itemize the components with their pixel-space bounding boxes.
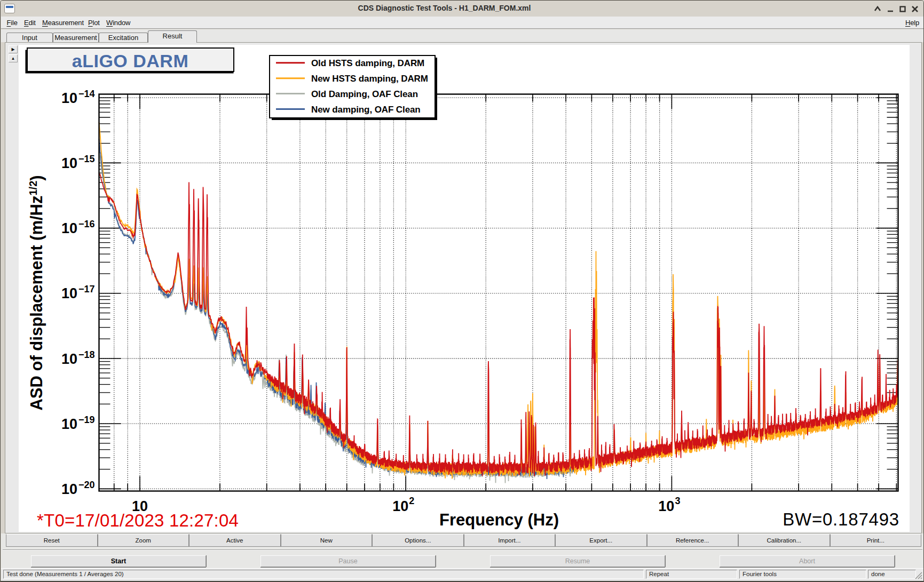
svg-text:*T0=17/01/2023 12:27:04: *T0=17/01/2023 12:27:04 — [37, 511, 239, 530]
svg-text:−20: −20 — [78, 480, 95, 490]
svg-text:10: 10 — [392, 498, 408, 514]
svg-text:3: 3 — [675, 496, 680, 506]
svg-text:−16: −16 — [78, 219, 95, 229]
svg-text:−17: −17 — [78, 284, 95, 294]
svg-text:BW=0.187493: BW=0.187493 — [783, 509, 899, 529]
svg-text:−18: −18 — [78, 349, 95, 360]
svg-text:2: 2 — [409, 496, 414, 506]
svg-text:−15: −15 — [78, 154, 95, 164]
svg-text:10: 10 — [61, 481, 77, 497]
svg-text:New HSTS damping, DARM: New HSTS damping, DARM — [311, 74, 428, 84]
svg-text:−14: −14 — [78, 89, 95, 99]
svg-text:Old Damping, OAF Clean: Old Damping, OAF Clean — [311, 89, 418, 99]
svg-text:Frequency (Hz): Frequency (Hz) — [439, 511, 559, 529]
svg-text:10: 10 — [61, 416, 77, 432]
svg-text:Old HSTS damping, DARM: Old HSTS damping, DARM — [311, 58, 424, 68]
svg-text:10: 10 — [61, 155, 77, 171]
svg-text:10: 10 — [61, 285, 77, 301]
svg-text:10: 10 — [61, 351, 77, 367]
svg-text:−19: −19 — [78, 414, 95, 425]
svg-text:10: 10 — [61, 90, 77, 106]
svg-text:New damping, OAF Clean: New damping, OAF Clean — [311, 105, 421, 115]
svg-text:10: 10 — [61, 220, 77, 236]
svg-text:ASD of displacement (m/Hz1/2): ASD of displacement (m/Hz1/2) — [27, 175, 46, 410]
svg-text:aLIGO DARM: aLIGO DARM — [72, 51, 188, 71]
svg-text:10: 10 — [658, 498, 674, 514]
